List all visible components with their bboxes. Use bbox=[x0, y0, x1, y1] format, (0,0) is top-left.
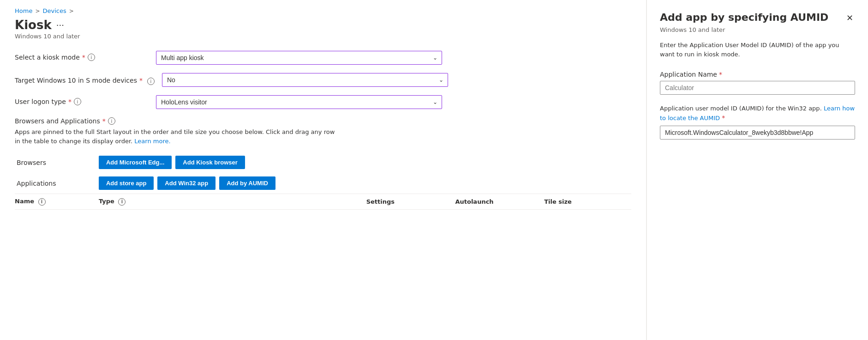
add-kiosk-browser-button[interactable]: Add Kiosk browser bbox=[175, 156, 245, 169]
target-windows-select[interactable]: No Yes bbox=[162, 73, 448, 87]
browsers-btn-row: Add Microsoft Edg... Add Kiosk browser bbox=[99, 156, 363, 169]
aumid-field: Application user model ID (AUMID) for th… bbox=[660, 104, 855, 140]
panel-subtitle: Windows 10 and later bbox=[660, 26, 855, 33]
user-logon-select[interactable]: HoloLens visitor Azure AD user Auto logo… bbox=[156, 95, 442, 109]
user-logon-label-text: User logon type bbox=[15, 98, 66, 105]
breadcrumb-devices[interactable]: Devices bbox=[42, 7, 66, 14]
browsers-apps-table: Browsers Add Microsoft Edg... Add Kiosk … bbox=[15, 152, 631, 210]
target-windows-required: * bbox=[139, 77, 143, 84]
add-microsoft-edge-button[interactable]: Add Microsoft Edg... bbox=[99, 156, 172, 169]
target-windows-select-wrapper: No Yes ⌄ bbox=[162, 73, 448, 87]
breadcrumb-home[interactable]: Home bbox=[15, 7, 32, 14]
kiosk-mode-control: Multi app kiosk Single app kiosk ⌄ bbox=[156, 51, 442, 65]
breadcrumb: Home > Devices > bbox=[15, 7, 631, 14]
kiosk-mode-select[interactable]: Multi app kiosk Single app kiosk bbox=[156, 51, 442, 65]
target-windows-control: No Yes ⌄ bbox=[162, 73, 448, 87]
browsers-apps-required: * bbox=[102, 117, 106, 125]
browsers-apps-section: Browsers and Applications * i Apps are p… bbox=[15, 117, 631, 210]
app-name-required: * bbox=[719, 71, 722, 78]
page-title-row: Kiosk ··· bbox=[15, 18, 631, 32]
panel-header: Add app by specifying AUMID ✕ bbox=[660, 11, 855, 24]
app-name-label: Application Name * bbox=[660, 71, 855, 78]
page-title: Kiosk bbox=[15, 18, 52, 32]
browsers-apps-label-text: Browsers and Applications bbox=[15, 117, 100, 125]
add-store-app-button[interactable]: Add store app bbox=[99, 176, 154, 190]
applications-row: Applications Add store app Add Win32 app… bbox=[15, 173, 631, 194]
kiosk-mode-field: Select a kiosk mode * i Multi app kiosk … bbox=[15, 51, 631, 65]
type-col-info-icon[interactable]: i bbox=[118, 198, 126, 206]
name-col-info-icon[interactable]: i bbox=[38, 198, 46, 206]
user-logon-info-icon[interactable]: i bbox=[74, 98, 81, 105]
breadcrumb-sep-1: > bbox=[35, 8, 40, 14]
app-name-label-text: Application Name bbox=[660, 71, 717, 78]
applications-buttons-cell: Add store app Add Win32 app Add by AUMID bbox=[97, 173, 365, 194]
kiosk-mode-label: Select a kiosk mode * i bbox=[15, 51, 149, 61]
kiosk-mode-required: * bbox=[82, 54, 85, 61]
kiosk-mode-label-text: Select a kiosk mode bbox=[15, 54, 80, 61]
close-button[interactable]: ✕ bbox=[844, 12, 855, 24]
table-header-row: Name i Type i Settings Autolaunch Tile s… bbox=[15, 194, 631, 210]
right-panel: Add app by specifying AUMID ✕ Windows 10… bbox=[647, 0, 868, 340]
applications-btn-row: Add store app Add Win32 app Add by AUMID bbox=[99, 176, 363, 190]
page-subtitle: Windows 10 and later bbox=[15, 33, 631, 40]
user-logon-field: User logon type * i HoloLens visitor Azu… bbox=[15, 95, 631, 109]
left-panel: Home > Devices > Kiosk ··· Windows 10 an… bbox=[0, 0, 647, 340]
target-windows-info-icon[interactable]: i bbox=[147, 78, 155, 85]
applications-row-label: Applications bbox=[15, 173, 97, 194]
browsers-buttons-cell: Add Microsoft Edg... Add Kiosk browser bbox=[97, 152, 365, 173]
browsers-row-label: Browsers bbox=[15, 152, 97, 173]
add-by-aumid-button[interactable]: Add by AUMID bbox=[219, 176, 275, 190]
aumid-input[interactable] bbox=[660, 126, 855, 140]
browsers-apps-label-row: Browsers and Applications * i bbox=[15, 117, 631, 125]
user-logon-label: User logon type * i bbox=[15, 95, 149, 105]
col-header-name: Name i bbox=[15, 194, 97, 210]
browsers-row: Browsers Add Microsoft Edg... Add Kiosk … bbox=[15, 152, 631, 173]
aumid-required: * bbox=[722, 114, 725, 121]
aumid-label: Application user model ID (AUMID) for th… bbox=[660, 104, 855, 123]
target-windows-label-text: Target Windows 10 in S mode devices bbox=[15, 77, 137, 84]
app-name-field: Application Name * bbox=[660, 71, 855, 95]
browsers-apps-info-icon[interactable]: i bbox=[108, 117, 115, 125]
user-logon-required: * bbox=[68, 98, 72, 105]
panel-description: Enter the Application User Model ID (AUM… bbox=[660, 41, 855, 60]
app-name-input[interactable] bbox=[660, 81, 855, 95]
breadcrumb-sep-2: > bbox=[69, 8, 74, 14]
user-logon-select-wrapper: HoloLens visitor Azure AD user Auto logo… bbox=[156, 95, 442, 109]
col-header-tile-size: Tile size bbox=[542, 194, 631, 210]
col-header-settings: Settings bbox=[365, 194, 454, 210]
target-windows-field: Target Windows 10 in S mode devices * i … bbox=[15, 73, 631, 87]
add-win32-app-button[interactable]: Add Win32 app bbox=[157, 176, 216, 190]
panel-title: Add app by specifying AUMID bbox=[660, 11, 844, 24]
col-header-autolaunch: Autolaunch bbox=[453, 194, 542, 210]
kiosk-mode-select-wrapper: Multi app kiosk Single app kiosk ⌄ bbox=[156, 51, 442, 65]
kiosk-mode-info-icon[interactable]: i bbox=[88, 54, 95, 61]
more-options-icon[interactable]: ··· bbox=[56, 20, 64, 30]
target-windows-label: Target Windows 10 in S mode devices * i bbox=[15, 73, 155, 85]
browsers-apps-description: Apps are pinned to the full Start layout… bbox=[15, 128, 338, 146]
col-header-type: Type i bbox=[97, 194, 365, 210]
learn-more-link[interactable]: Learn more. bbox=[134, 138, 170, 145]
user-logon-control: HoloLens visitor Azure AD user Auto logo… bbox=[156, 95, 442, 109]
aumid-label-prefix: Application user model ID (AUMID) for th… bbox=[660, 105, 822, 112]
